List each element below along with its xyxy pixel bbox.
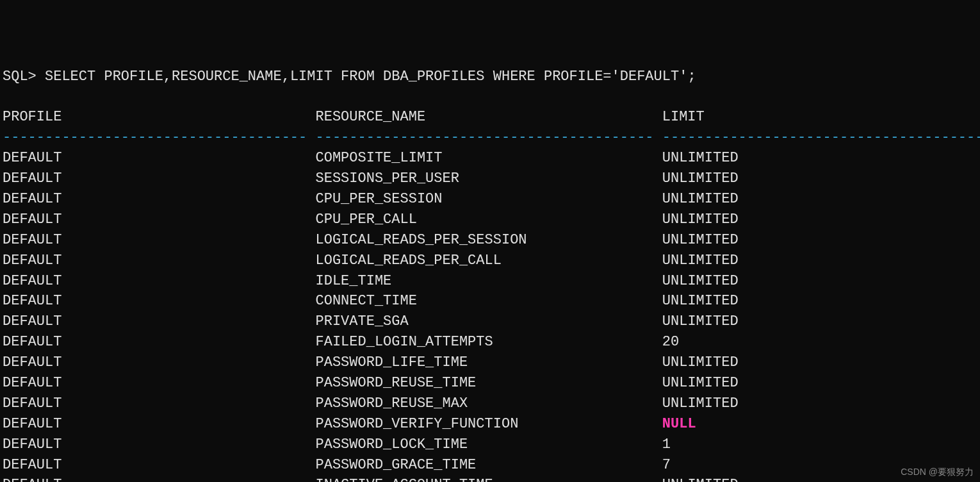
csdn-watermark: CSDN @要狠努力 bbox=[901, 465, 974, 478]
table-row: DEFAULT PRIVATE_SGA UNLIMITED bbox=[3, 313, 739, 329]
profile-value: DEFAULT bbox=[3, 375, 307, 391]
limit-value: 20 bbox=[662, 334, 679, 350]
profile-value: DEFAULT bbox=[3, 212, 307, 228]
profile-value: DEFAULT bbox=[3, 253, 307, 269]
limit-value: UNLIMITED bbox=[662, 150, 739, 166]
sql-prompt-line: SQL> SELECT PROFILE,RESOURCE_NAME,LIMIT … bbox=[3, 69, 696, 85]
profile-value: DEFAULT bbox=[3, 354, 307, 370]
sql-query: SELECT PROFILE,RESOURCE_NAME,LIMIT FROM … bbox=[45, 69, 696, 85]
limit-value: UNLIMITED bbox=[662, 191, 739, 207]
profile-value: DEFAULT bbox=[3, 232, 307, 248]
table-row: DEFAULT SESSIONS_PER_USER UNLIMITED bbox=[3, 170, 739, 187]
resource-name-value: PASSWORD_REUSE_MAX bbox=[315, 395, 653, 411]
table-row: DEFAULT PASSWORD_REUSE_MAX UNLIMITED bbox=[3, 395, 739, 411]
profile-value: DEFAULT bbox=[3, 436, 307, 453]
limit-value: 1 bbox=[662, 436, 671, 453]
table-row: DEFAULT LOGICAL_READS_PER_CALL UNLIMITED bbox=[3, 253, 739, 269]
resource-name-value: LOGICAL_READS_PER_CALL bbox=[315, 253, 653, 269]
limit-value: UNLIMITED bbox=[662, 293, 739, 309]
table-row: DEFAULT CPU_PER_SESSION UNLIMITED bbox=[3, 191, 739, 207]
resource-name-value: PRIVATE_SGA bbox=[315, 313, 653, 329]
profile-value: DEFAULT bbox=[3, 313, 307, 329]
profile-value: DEFAULT bbox=[3, 273, 307, 289]
terminal-output: SQL> SELECT PROFILE,RESOURCE_NAME,LIMIT … bbox=[3, 67, 977, 482]
resource-name-value: PASSWORD_REUSE_TIME bbox=[315, 375, 653, 391]
resource-name-value: LOGICAL_READS_PER_SESSION bbox=[315, 232, 653, 248]
table-row: DEFAULT CONNECT_TIME UNLIMITED bbox=[3, 293, 739, 309]
resource-name-value: PASSWORD_LOCK_TIME bbox=[315, 436, 653, 453]
profile-value: DEFAULT bbox=[3, 457, 307, 473]
limit-value: UNLIMITED bbox=[662, 395, 739, 411]
resource-name-value: SESSIONS_PER_USER bbox=[315, 170, 653, 187]
column-headers: PROFILE RESOURCE_NAME LIMIT bbox=[3, 109, 705, 125]
limit-value: UNLIMITED bbox=[662, 232, 739, 248]
resource-name-value: PASSWORD_VERIFY_FUNCTION bbox=[315, 416, 653, 432]
table-row: DEFAULT FAILED_LOGIN_ATTEMPTS 20 bbox=[3, 334, 679, 350]
limit-value: UNLIMITED bbox=[662, 253, 739, 269]
profile-value: DEFAULT bbox=[3, 395, 307, 411]
profile-value: DEFAULT bbox=[3, 416, 307, 432]
resource-name-value: CPU_PER_SESSION bbox=[315, 191, 653, 207]
limit-null-value: NULL bbox=[662, 416, 696, 432]
limit-value: UNLIMITED bbox=[662, 354, 739, 370]
table-row: DEFAULT PASSWORD_LOCK_TIME 1 bbox=[3, 436, 671, 453]
limit-value: 7 bbox=[662, 457, 671, 473]
table-row: DEFAULT PASSWORD_LIFE_TIME UNLIMITED bbox=[3, 354, 739, 370]
table-row: DEFAULT CPU_PER_CALL UNLIMITED bbox=[3, 212, 739, 228]
profile-value: DEFAULT bbox=[3, 477, 307, 482]
table-row: DEFAULT IDLE_TIME UNLIMITED bbox=[3, 273, 739, 289]
resource-name-value: COMPOSITE_LIMIT bbox=[315, 150, 653, 166]
resource-name-value: PASSWORD_LIFE_TIME bbox=[315, 354, 653, 370]
profile-value: DEFAULT bbox=[3, 334, 307, 350]
limit-value: UNLIMITED bbox=[662, 313, 739, 329]
resource-name-value: PASSWORD_GRACE_TIME bbox=[315, 457, 653, 473]
resource-name-value: CPU_PER_CALL bbox=[315, 212, 653, 228]
resource-name-value: FAILED_LOGIN_ATTEMPTS bbox=[315, 334, 653, 350]
result-rows: DEFAULT COMPOSITE_LIMIT UNLIMITED DEFAUL… bbox=[3, 148, 977, 482]
limit-value: UNLIMITED bbox=[662, 212, 739, 228]
limit-value: UNLIMITED bbox=[662, 477, 739, 482]
limit-value: UNLIMITED bbox=[662, 273, 739, 289]
table-row: DEFAULT LOGICAL_READS_PER_SESSION UNLIMI… bbox=[3, 232, 739, 248]
limit-value: UNLIMITED bbox=[662, 375, 739, 391]
table-row: DEFAULT PASSWORD_GRACE_TIME 7 bbox=[3, 457, 671, 473]
table-row: DEFAULT INACTIVE_ACCOUNT_TIME UNLIMITED bbox=[3, 477, 739, 482]
limit-value: UNLIMITED bbox=[662, 170, 739, 187]
column-dividers: ------------------------------------ ---… bbox=[3, 129, 980, 145]
profile-value: DEFAULT bbox=[3, 191, 307, 207]
resource-name-value: IDLE_TIME bbox=[315, 273, 653, 289]
sql-prompt: SQL> bbox=[3, 69, 45, 85]
profile-value: DEFAULT bbox=[3, 150, 307, 166]
table-row: DEFAULT COMPOSITE_LIMIT UNLIMITED bbox=[3, 150, 739, 166]
table-row: DEFAULT PASSWORD_REUSE_TIME UNLIMITED bbox=[3, 375, 739, 391]
table-row: DEFAULT PASSWORD_VERIFY_FUNCTION NULL bbox=[3, 416, 696, 432]
resource-name-value: INACTIVE_ACCOUNT_TIME bbox=[315, 477, 653, 482]
profile-value: DEFAULT bbox=[3, 170, 307, 187]
resource-name-value: CONNECT_TIME bbox=[315, 293, 653, 309]
profile-value: DEFAULT bbox=[3, 293, 307, 309]
